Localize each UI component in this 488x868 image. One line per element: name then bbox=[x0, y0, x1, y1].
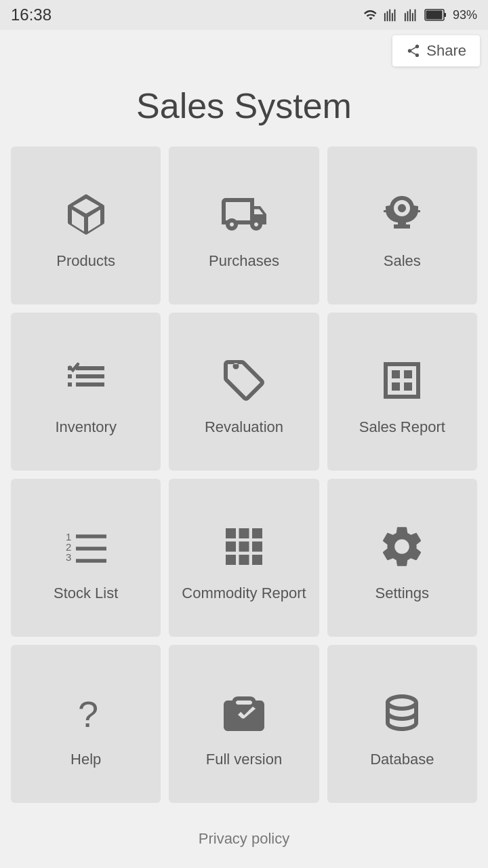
share-label: Share bbox=[426, 42, 466, 60]
privacy-policy-link[interactable]: Privacy policy bbox=[199, 830, 289, 847]
grid-item-purchases[interactable]: Purchases bbox=[169, 146, 319, 304]
grid-item-settings[interactable]: Settings bbox=[327, 479, 477, 637]
sales-icon bbox=[375, 187, 429, 241]
commodity-report-icon bbox=[217, 519, 271, 574]
grid-item-inventory[interactable]: Inventory bbox=[11, 313, 161, 471]
products-icon bbox=[59, 187, 113, 241]
grid-item-database[interactable]: Database bbox=[327, 645, 477, 803]
main-grid: Products Purchases Sales Inventory Reval… bbox=[0, 146, 488, 803]
grid-item-commodity-report[interactable]: Commodity Report bbox=[169, 479, 319, 637]
help-icon: ? bbox=[59, 686, 113, 740]
sales-report-icon bbox=[375, 353, 429, 408]
inventory-label: Inventory bbox=[55, 418, 117, 436]
svg-text:?: ? bbox=[78, 694, 98, 734]
revaluation-icon bbox=[217, 353, 271, 408]
grid-item-full-version[interactable]: Full version bbox=[169, 645, 319, 803]
signal2-icon bbox=[404, 7, 419, 22]
share-icon bbox=[406, 43, 421, 58]
full-version-icon bbox=[217, 686, 271, 740]
status-bar: 16:38 93% bbox=[0, 0, 488, 30]
stock-list-icon: 123 bbox=[59, 519, 113, 574]
products-label: Products bbox=[56, 252, 115, 270]
commodity-report-label: Commodity Report bbox=[182, 585, 306, 602]
grid-item-sales[interactable]: Sales bbox=[327, 146, 477, 304]
footer: Privacy policy bbox=[0, 803, 488, 868]
signal1-icon bbox=[384, 7, 399, 22]
grid-item-products[interactable]: Products bbox=[11, 146, 161, 304]
share-bar: Share bbox=[0, 30, 488, 72]
battery-text: 93% bbox=[453, 8, 477, 22]
grid-item-sales-report[interactable]: Sales Report bbox=[327, 313, 477, 471]
stock-list-label: Stock List bbox=[54, 585, 118, 602]
grid-item-help[interactable]: ? Help bbox=[11, 645, 161, 803]
sales-label: Sales bbox=[384, 252, 421, 270]
svg-rect-2 bbox=[426, 11, 442, 20]
wifi-icon bbox=[363, 7, 378, 22]
share-button[interactable]: Share bbox=[392, 35, 480, 66]
settings-icon bbox=[375, 519, 429, 574]
purchases-label: Purchases bbox=[209, 252, 279, 270]
help-label: Help bbox=[70, 751, 101, 768]
purchases-icon bbox=[217, 187, 271, 241]
grid-item-revaluation[interactable]: Revaluation bbox=[169, 313, 319, 471]
settings-label: Settings bbox=[375, 585, 430, 602]
grid-item-stock-list[interactable]: 123 Stock List bbox=[11, 479, 161, 637]
full-version-label: Full version bbox=[206, 751, 282, 768]
svg-text:3: 3 bbox=[66, 551, 71, 563]
inventory-icon bbox=[59, 353, 113, 408]
battery-icon bbox=[424, 7, 447, 22]
database-label: Database bbox=[370, 751, 434, 768]
database-icon bbox=[375, 686, 429, 740]
revaluation-label: Revaluation bbox=[205, 418, 283, 436]
svg-rect-1 bbox=[444, 13, 446, 17]
app-title: Sales System bbox=[0, 72, 488, 146]
sales-report-label: Sales Report bbox=[359, 418, 445, 436]
status-icons: 93% bbox=[363, 7, 477, 22]
status-time: 16:38 bbox=[11, 5, 52, 24]
